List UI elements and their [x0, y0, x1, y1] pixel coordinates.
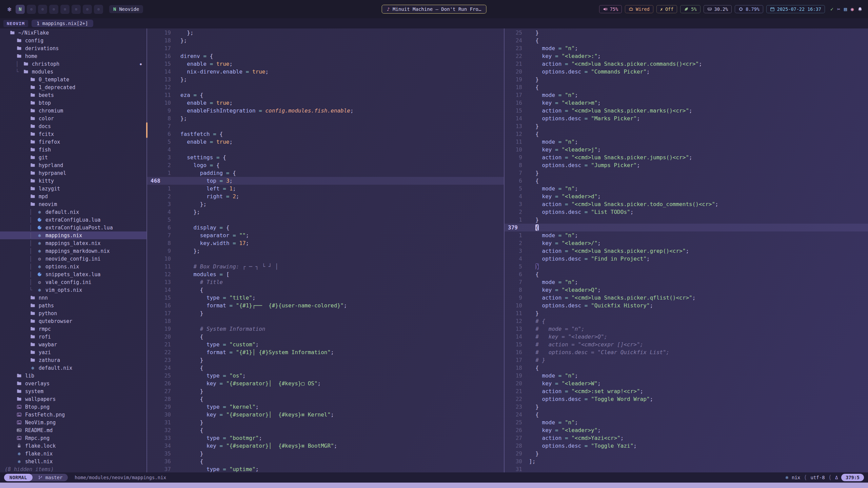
tree-item[interactable]: color: [0, 115, 146, 122]
code-line[interactable]: 379 {: [505, 224, 868, 231]
code-line[interactable]: 12 # {: [505, 317, 868, 325]
tree-item[interactable]: docs: [0, 122, 146, 130]
tree-item[interactable]: │⚙vale_config.ini: [0, 278, 146, 286]
tree-item[interactable]: └❄vim_opts.nix: [0, 286, 146, 294]
tree-item[interactable]: NeoVim.png: [0, 419, 146, 426]
tree-item[interactable]: README.md: [0, 426, 146, 434]
tree-item[interactable]: Rmpc.png: [0, 434, 146, 442]
code-line[interactable]: 5: [147, 216, 504, 224]
code-line[interactable]: 17: [147, 44, 504, 52]
workspace-1[interactable]: N: [16, 5, 25, 14]
code-line[interactable]: 3 action = "<cmd>lua Snacks.picker.grep(…: [505, 247, 868, 255]
code-line[interactable]: 27 }: [147, 387, 504, 395]
tree-item[interactable]: ❄shell.nix: [0, 458, 146, 465]
code-line[interactable]: 34 key = "{#separator}│ {#keys}≡ BootMGR…: [147, 442, 504, 450]
tree-item[interactable]: fish: [0, 146, 146, 154]
code-line[interactable]: 9 action = "<cmd>lua Snacks.picker.qflis…: [505, 294, 868, 302]
code-line[interactable]: 19 # System Information: [147, 325, 504, 333]
code-line[interactable]: 16direnv = {: [147, 52, 504, 60]
code-line[interactable]: 8 key.width = 17;: [147, 239, 504, 247]
code-line[interactable]: 10 options.desc = "Quickfix History";: [505, 302, 868, 309]
code-line[interactable]: 15 action = "<cmd>lua Snacks.picker.mark…: [505, 107, 868, 115]
volume-widget[interactable]: 75%: [599, 5, 622, 13]
tree-item[interactable]: ❄flake.nix: [0, 450, 146, 458]
clock-widget[interactable]: 2025-07-22 16:37: [766, 5, 825, 13]
workspace-3[interactable]: ▫: [38, 5, 47, 14]
code-line[interactable]: 1 left = 1;: [147, 185, 504, 192]
tree-item[interactable]: nnn: [0, 294, 146, 302]
workspace-4[interactable]: ▫: [49, 5, 58, 14]
tree-item[interactable]: yazi: [0, 348, 146, 356]
tree-item[interactable]: lazygit: [0, 185, 146, 192]
code-line[interactable]: 10 key = "<leader>j";: [505, 146, 868, 154]
tree-item[interactable]: hyprpanel: [0, 169, 146, 177]
code-line[interactable]: 22 key = "<leader>:";: [505, 52, 868, 60]
code-line[interactable]: 25 type = "os";: [147, 372, 504, 380]
code-line[interactable]: 14 {: [147, 286, 504, 294]
tree-item[interactable]: FastFetch.png: [0, 411, 146, 419]
code-line[interactable]: 14 options.desc = "Marks Picker";: [505, 115, 868, 122]
code-line[interactable]: 28 {: [147, 395, 504, 403]
code-line[interactable]: 17 # }: [505, 356, 868, 364]
display-icon[interactable]: ▤: [844, 6, 847, 12]
tree-item[interactable]: Btop.png: [0, 403, 146, 411]
code-line[interactable]: 8};: [147, 115, 504, 122]
code-line[interactable]: 19 mode = "n";: [505, 372, 868, 380]
code-line[interactable]: 4 options.desc = "Find in Project";: [505, 255, 868, 263]
code-line[interactable]: 13};: [147, 76, 504, 83]
tree-item[interactable]: │snippets_latex.lua: [0, 270, 146, 278]
code-line[interactable]: 18: [147, 317, 504, 325]
code-line[interactable]: 17 mode = "n";: [505, 91, 868, 99]
tree-item[interactable]: flake.lock: [0, 442, 146, 450]
tree-item[interactable]: home: [0, 52, 146, 60]
window-separator[interactable]: [146, 28, 147, 472]
code-line[interactable]: 3 settings = {: [147, 154, 504, 161]
nix-logo-icon[interactable]: ❄: [5, 5, 14, 14]
code-line[interactable]: 16 # options.desc = "Clear Quickfix List…: [505, 348, 868, 356]
code-line[interactable]: 26 key = "<leader>y";: [505, 426, 868, 434]
tree-item[interactable]: kitty: [0, 177, 146, 185]
code-line[interactable]: 10: [147, 255, 504, 263]
tree-item[interactable]: hyprland: [0, 161, 146, 169]
tree-item[interactable]: neovim: [0, 200, 146, 208]
tree-item[interactable]: git: [0, 154, 146, 161]
code-line[interactable]: 20 key = "<leader>W";: [505, 380, 868, 387]
tree-item[interactable]: 0_template: [0, 76, 146, 83]
code-line[interactable]: 24 {: [505, 411, 868, 419]
music-widget[interactable]: ♪ Minuit Machine – Don't Run Fro…: [382, 5, 487, 14]
tree-item[interactable]: ❄default.nix: [0, 364, 146, 372]
code-line[interactable]: 29 type = "kernel";: [147, 403, 504, 411]
tree-item[interactable]: ~/NixFlake: [0, 29, 146, 37]
code-line[interactable]: 14 # key = "<leader>Q";: [505, 333, 868, 341]
tree-item[interactable]: python: [0, 309, 146, 317]
code-line[interactable]: 4: [147, 146, 504, 154]
code-line[interactable]: 7 }: [505, 169, 868, 177]
code-line[interactable]: 8 key = "<leader>Q";: [505, 286, 868, 294]
code-line[interactable]: 3 action = "<cmd>lua Snacks.picker.todo_…: [505, 200, 868, 208]
tree-item[interactable]: 1_deprecated: [0, 83, 146, 91]
code-line[interactable]: 24 {: [147, 364, 504, 372]
tree-item[interactable]: │❄default.nix: [0, 208, 146, 216]
code-line[interactable]: 15 type = "title";: [147, 294, 504, 302]
battery-widget[interactable]: 5%: [680, 5, 700, 13]
code-line[interactable]: 30];: [505, 458, 868, 465]
tree-item[interactable]: │❄mappings_markdown.nix: [0, 247, 146, 255]
workspace-6[interactable]: ▫: [72, 5, 81, 14]
code-line[interactable]: 23 mode = "n";: [505, 44, 868, 52]
code-line[interactable]: 6 {: [505, 177, 868, 185]
code-line[interactable]: 468 top = 3;: [147, 177, 504, 185]
code-line[interactable]: 23 }: [505, 403, 868, 411]
code-line[interactable]: 11 # Box Drawing: ┌ ─ ┐ └ ┘ │: [147, 263, 504, 270]
tree-item[interactable]: mpd: [0, 192, 146, 200]
tree-item[interactable]: waybar: [0, 341, 146, 348]
workspace-5[interactable]: ▫: [60, 5, 70, 14]
code-line[interactable]: 22 format = "{#1}│ {#}System Information…: [147, 348, 504, 356]
code-line[interactable]: 2 options.desc = "List TODOs";: [505, 208, 868, 216]
tree-item[interactable]: wallpapers: [0, 395, 146, 403]
tree-item[interactable]: rofi: [0, 333, 146, 341]
code-line[interactable]: 5 }: [505, 263, 868, 270]
code-line[interactable]: 28 options.desc = "Toggle Yazi";: [505, 442, 868, 450]
code-line[interactable]: 12: [147, 83, 504, 91]
code-line[interactable]: 10 enable = true;: [147, 99, 504, 107]
code-line[interactable]: 18 {: [505, 83, 868, 91]
